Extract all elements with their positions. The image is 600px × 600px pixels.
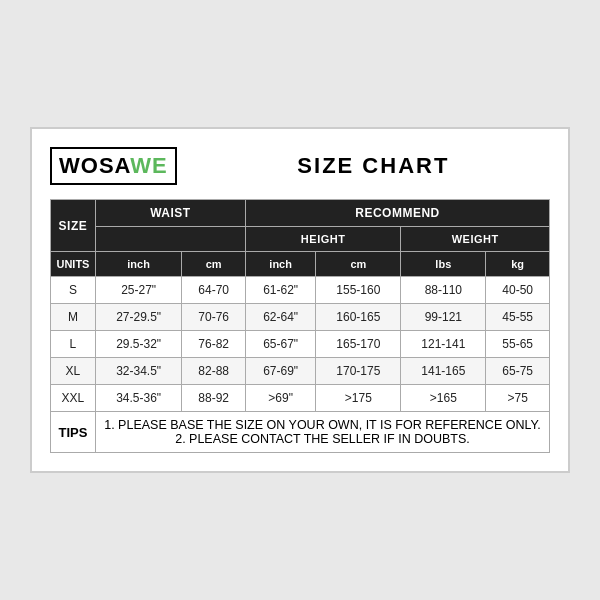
header-row-sub: HEIGHT WEIGHT bbox=[51, 227, 550, 252]
table-cell: 82-88 bbox=[182, 358, 246, 385]
logo-text: WOSAWE bbox=[59, 153, 168, 179]
table-cell: 45-55 bbox=[486, 304, 550, 331]
col-size: SIZE bbox=[51, 200, 96, 252]
unit-waist-cm: cm bbox=[182, 252, 246, 277]
table-cell: L bbox=[51, 331, 96, 358]
logo-wosa: WOSA bbox=[59, 153, 130, 178]
chart-header: WOSAWE SIZE CHART bbox=[50, 147, 550, 185]
table-cell: 170-175 bbox=[316, 358, 401, 385]
table-cell: 29.5-32" bbox=[95, 331, 181, 358]
logo-box: WOSAWE bbox=[50, 147, 177, 185]
col-waist: WAIST bbox=[95, 200, 245, 227]
table-row: S25-27"64-7061-62"155-16088-11040-50 bbox=[51, 277, 550, 304]
table-cell: 141-165 bbox=[401, 358, 486, 385]
col-height-sub bbox=[95, 227, 245, 252]
table-cell: 25-27" bbox=[95, 277, 181, 304]
unit-weight-lbs: lbs bbox=[401, 252, 486, 277]
table-row: XL32-34.5"82-8867-69"170-175141-16565-75 bbox=[51, 358, 550, 385]
table-cell: 40-50 bbox=[486, 277, 550, 304]
table-cell: 160-165 bbox=[316, 304, 401, 331]
table-cell: 34.5-36" bbox=[95, 385, 181, 412]
units-row: UNITS inch cm inch cm lbs kg bbox=[51, 252, 550, 277]
tips-row: TIPS1. PLEASE BASE THE SIZE ON YOUR OWN,… bbox=[51, 412, 550, 453]
table-cell: >75 bbox=[486, 385, 550, 412]
table-cell: 99-121 bbox=[401, 304, 486, 331]
chart-title: SIZE CHART bbox=[197, 153, 550, 179]
table-cell: 165-170 bbox=[316, 331, 401, 358]
table-cell: >69" bbox=[245, 385, 315, 412]
table-row: XXL34.5-36"88-92>69">175>165>75 bbox=[51, 385, 550, 412]
col-weight: WEIGHT bbox=[401, 227, 550, 252]
col-height: HEIGHT bbox=[245, 227, 400, 252]
unit-weight-kg: kg bbox=[486, 252, 550, 277]
size-table: SIZE WAIST RECOMMEND HEIGHT WEIGHT UNITS… bbox=[50, 199, 550, 453]
table-cell: 65-67" bbox=[245, 331, 315, 358]
size-chart-card: WOSAWE SIZE CHART SIZE WAIST RECOMMEND H… bbox=[30, 127, 570, 473]
table-cell: 65-75 bbox=[486, 358, 550, 385]
table-cell: 155-160 bbox=[316, 277, 401, 304]
table-cell: XXL bbox=[51, 385, 96, 412]
table-cell: 88-92 bbox=[182, 385, 246, 412]
table-cell: M bbox=[51, 304, 96, 331]
table-cell: 76-82 bbox=[182, 331, 246, 358]
tips-label-cell: TIPS bbox=[51, 412, 96, 453]
logo-we: WE bbox=[130, 153, 167, 178]
unit-height-cm: cm bbox=[316, 252, 401, 277]
header-row-main: SIZE WAIST RECOMMEND bbox=[51, 200, 550, 227]
table-cell: >165 bbox=[401, 385, 486, 412]
table-row: L29.5-32"76-8265-67"165-170121-14155-65 bbox=[51, 331, 550, 358]
table-cell: 62-64" bbox=[245, 304, 315, 331]
table-cell: S bbox=[51, 277, 96, 304]
unit-height-inch: inch bbox=[245, 252, 315, 277]
table-cell: 67-69" bbox=[245, 358, 315, 385]
col-recommend: RECOMMEND bbox=[245, 200, 549, 227]
unit-size: UNITS bbox=[51, 252, 96, 277]
table-cell: 70-76 bbox=[182, 304, 246, 331]
tips-content-cell: 1. PLEASE BASE THE SIZE ON YOUR OWN, IT … bbox=[95, 412, 549, 453]
table-cell: >175 bbox=[316, 385, 401, 412]
table-row: M27-29.5"70-7662-64"160-16599-12145-55 bbox=[51, 304, 550, 331]
unit-waist-inch: inch bbox=[95, 252, 181, 277]
table-cell: 121-141 bbox=[401, 331, 486, 358]
table-cell: 61-62" bbox=[245, 277, 315, 304]
table-cell: XL bbox=[51, 358, 96, 385]
table-cell: 32-34.5" bbox=[95, 358, 181, 385]
table-cell: 27-29.5" bbox=[95, 304, 181, 331]
table-cell: 55-65 bbox=[486, 331, 550, 358]
table-body: S25-27"64-7061-62"155-16088-11040-50M27-… bbox=[51, 277, 550, 453]
table-cell: 88-110 bbox=[401, 277, 486, 304]
table-cell: 64-70 bbox=[182, 277, 246, 304]
